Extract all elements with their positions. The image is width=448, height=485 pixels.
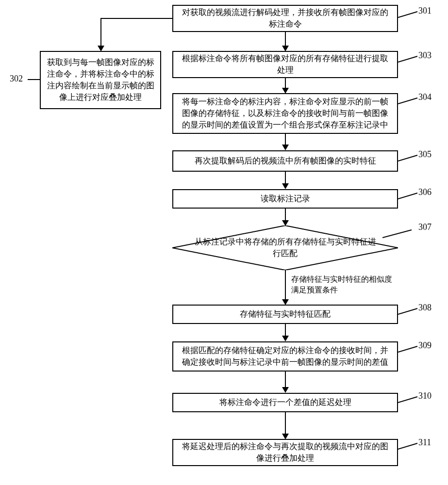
arrow-301-303	[282, 46, 289, 51]
svg-line-10	[398, 443, 417, 449]
node-306: 读取标注记录	[172, 189, 398, 209]
node-304: 将每一标注命令的标注内容，标注命令对应显示的前一帧图像的存储特征，以及标注命令的…	[172, 93, 398, 134]
edge-307-308	[285, 270, 286, 299]
ref-308: 308	[418, 303, 431, 313]
arrow-305-306	[282, 183, 289, 189]
edge-label-307-308: 存储特征与实时特征的相似度满足预置条件	[291, 274, 398, 295]
svg-line-8	[398, 346, 417, 352]
svg-line-2	[398, 98, 417, 104]
ref-307: 307	[418, 222, 431, 232]
ref-306: 306	[418, 187, 431, 197]
node-301: 对获取的视频流进行解码处理，并接收所有帧图像对应的标注命令	[172, 5, 398, 32]
ref-leader-302	[28, 79, 40, 80]
node-302-text: 获取到与每一帧图像对应的标注命令，并将标注命令中的标注内容绘制在当前显示帧的图像…	[47, 57, 154, 103]
svg-line-3	[398, 155, 417, 161]
edge-301-302-v	[100, 18, 101, 46]
node-309: 根据匹配的存储特征确定对应的标注命令的接收时间，并确定接收时间与标注记录中前一帧…	[172, 341, 398, 372]
node-303-text: 根据标注命令将所有帧图像对应的所有存储特征进行提取处理	[179, 53, 391, 76]
node-301-text: 对获取的视频流进行解码处理，并接收所有帧图像对应的标注命令	[179, 7, 391, 30]
node-305-text: 再次提取解码后的视频流中所有帧图像的实时特征	[195, 155, 376, 167]
ref-310: 310	[418, 391, 431, 401]
edge-304-305	[285, 134, 286, 145]
edge-303-304	[285, 78, 286, 88]
edge-301-302-h	[100, 18, 172, 19]
ref-311: 311	[418, 437, 431, 448]
node-303: 根据标注命令将所有帧图像对应的所有存储特征进行提取处理	[172, 51, 398, 78]
arrow-307-308	[282, 299, 289, 305]
edge-310-311	[285, 412, 286, 434]
ref-301: 301	[418, 6, 431, 16]
node-307: 从标注记录中将存储的所有存储特征与实时特征进行匹配	[172, 226, 398, 270]
arrow-301-302	[98, 46, 104, 51]
svg-line-7	[398, 308, 417, 314]
edge-306-307	[285, 209, 286, 220]
svg-line-0	[398, 12, 417, 17]
node-307-text: 从标注记录中将存储的所有存储特征与实时特征进行匹配	[172, 236, 398, 259]
edge-301-303	[285, 32, 286, 46]
arrow-310-311	[282, 434, 289, 439]
node-310-text: 将标注命令进行一个差值的延迟处理	[219, 397, 351, 408]
edge-305-306	[285, 172, 286, 183]
node-311-text: 将延迟处理后的标注命令与再次提取的视频流中对应的图像进行叠加处理	[179, 441, 391, 464]
node-304-text: 将每一标注命令的标注内容，标注命令对应显示的前一帧图像的存储特征，以及标注命令的…	[179, 96, 391, 130]
node-308-text: 存储特征与实时特征匹配	[240, 308, 331, 320]
node-302: 获取到与每一帧图像对应的标注命令，并将标注命令中的标注内容绘制在当前显示帧的图像…	[40, 51, 161, 109]
node-309-text: 根据匹配的存储特征确定对应的标注命令的接收时间，并确定接收时间与标注记录中前一帧…	[179, 345, 391, 368]
edge-308-309	[285, 324, 286, 336]
edge-309-310	[285, 372, 286, 387]
ref-309: 309	[418, 340, 431, 351]
node-308: 存储特征与实时特征匹配	[172, 305, 398, 324]
node-310: 将标注命令进行一个差值的延迟处理	[172, 393, 398, 412]
ref-304: 304	[418, 92, 431, 102]
ref-305: 305	[418, 149, 431, 160]
arrow-304-305	[282, 145, 289, 150]
ref-302: 302	[10, 74, 23, 84]
ref-303: 303	[418, 50, 431, 61]
node-305: 再次提取解码后的视频流中所有帧图像的实时特征	[172, 150, 398, 172]
svg-line-1	[398, 56, 417, 62]
arrow-306-307	[282, 220, 289, 226]
arrow-308-309	[282, 336, 289, 341]
node-311: 将延迟处理后的标注命令与再次提取的视频流中对应的图像进行叠加处理	[172, 439, 398, 466]
arrow-309-310	[282, 387, 289, 393]
svg-line-9	[398, 397, 417, 403]
svg-line-4	[398, 193, 417, 199]
node-306-text: 读取标注记录	[261, 193, 310, 205]
arrow-303-304	[282, 88, 289, 94]
